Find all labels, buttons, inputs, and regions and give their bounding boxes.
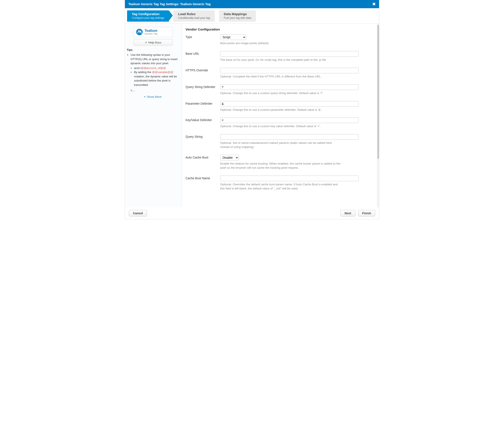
show-more-link[interactable]: ▾ Show More: [127, 95, 179, 98]
label-cache-bust-name: Cache Bust Name: [186, 176, 220, 180]
vendor-logo-box: Tealium Generic Tag: [134, 27, 172, 37]
external-link-icon: ↗: [145, 41, 147, 44]
label-type: Type: [186, 34, 220, 39]
vertical-scrollbar[interactable]: [377, 24, 379, 207]
tip-sub: By adding the @@variable@@ notation, the…: [134, 70, 179, 87]
close-icon[interactable]: ✖: [372, 2, 376, 6]
label-kv-delimiter: Key/Value Delimiter: [186, 117, 220, 122]
hint-kv-delimiter: Optional. Change this to use a custom ke…: [220, 124, 342, 129]
tip-truncated: <…: [127, 89, 179, 92]
hint-type: Most pixels are Image pixels (default): [220, 41, 342, 45]
next-button[interactable]: Next: [340, 210, 355, 217]
label-auto-cache-bust: Auto Cache Bust: [186, 155, 220, 159]
tip-text: Use the following syntax in your HTTP(S)…: [131, 53, 178, 65]
vendor-subtitle: Generic Tag: [145, 33, 157, 35]
param-delimiter-input[interactable]: [220, 101, 359, 107]
type-select[interactable]: Script: [220, 34, 246, 40]
label-param-delimiter: Parameter Delimiter: [186, 101, 220, 105]
tab-subtitle: Fuel your tag with data: [224, 17, 251, 19]
tab-load-rules[interactable]: Load Rules Conditionally load your tag: [173, 10, 215, 22]
tips-block: Tips Use the following syntax in your HT…: [127, 48, 179, 98]
tip-sub-variable: @@variable@@: [152, 70, 173, 74]
tab-data-mappings[interactable]: Data Mappings Fuel your tag with data: [219, 10, 256, 22]
hint-base-url: The base url for your pixel. Or, for scr…: [220, 58, 342, 62]
tab-title: Tag Configuration: [132, 12, 164, 16]
hint-cache-bust-name: Optional. Overrides the default cache bu…: [220, 182, 342, 191]
section-heading: Vendor Configuration: [186, 27, 372, 31]
kv-delimiter-input[interactable]: [220, 117, 359, 123]
tab-subtitle: Configure your tag settings: [132, 17, 164, 19]
tip-example-prefix: acct=: [134, 66, 141, 70]
title-bar: Tealium Generic Tag Tag Settings: Tealiu…: [125, 0, 379, 8]
tip-item: Use the following syntax in your HTTP(S)…: [131, 53, 179, 87]
form-area: Vendor Configuration Type Script Most pi…: [182, 24, 377, 207]
vendor-name: Tealium: [145, 29, 157, 33]
https-override-input[interactable]: [220, 68, 359, 73]
tip-sub-suffix: notation, the dynamic value will be subs…: [134, 75, 177, 87]
tealium-logo-icon: [136, 28, 143, 35]
tip-example-variable: @@account_id@@: [141, 66, 166, 70]
tip-example: acct=@@account_id@@: [134, 66, 179, 70]
show-more-label: Show More: [147, 95, 162, 98]
hint-auto-cache-bust: Enable this feature for cache busting. W…: [220, 162, 342, 170]
scrollbar-thumb[interactable]: [377, 25, 379, 159]
hint-https-override: Optional. Complete this field if the HTT…: [220, 75, 342, 79]
window-title: Tealium Generic Tag Tag Settings: Tealiu…: [128, 2, 211, 6]
label-https-override: HTTPS Override: [186, 68, 220, 72]
hint-query-string: Optional. Set of name=value&name2=value2…: [220, 141, 342, 149]
side-panel: Tealium Generic Tag ↗ Help Docs Tips Use…: [125, 24, 182, 207]
hint-qs-delimiter: Optional. Change this to use a custom qu…: [220, 91, 342, 95]
tab-tag-configuration[interactable]: Tag Configuration Configure your tag set…: [127, 10, 169, 22]
tip-sub-prefix: By adding the: [134, 70, 152, 74]
tab-title: Data Mappings: [224, 12, 251, 16]
cancel-button[interactable]: Cancel: [129, 210, 147, 217]
chevron-down-icon: ▾: [144, 95, 145, 98]
tab-title: Load Rules: [178, 12, 210, 16]
help-docs-label: Help Docs: [148, 41, 161, 44]
help-docs-button[interactable]: ↗ Help Docs: [134, 39, 172, 46]
query-string-input[interactable]: [220, 134, 359, 140]
cache-bust-name-input[interactable]: [220, 176, 359, 181]
label-qs-delimiter: Query String Delimiter: [186, 84, 220, 89]
tab-subtitle: Conditionally load your tag: [178, 17, 210, 19]
footer: Cancel Next Finish: [125, 207, 379, 219]
qs-delimiter-input[interactable]: [220, 84, 359, 90]
label-query-string: Query String: [186, 134, 220, 139]
base-url-input[interactable]: [220, 51, 359, 57]
finish-button[interactable]: Finish: [358, 210, 375, 217]
auto-cache-bust-select[interactable]: Disable: [220, 155, 239, 160]
wizard-tabs: Tag Configuration Configure your tag set…: [125, 8, 379, 22]
hint-param-delimiter: Optional. Change this to use a custom pa…: [220, 108, 342, 112]
tips-heading: Tips: [127, 48, 179, 52]
label-base-url: Base URL: [186, 51, 220, 55]
